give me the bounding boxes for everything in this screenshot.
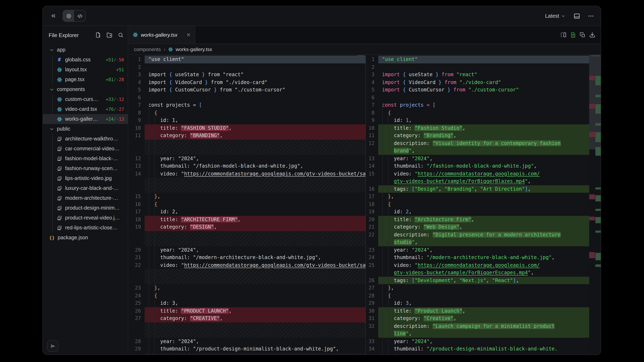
code-line: 1"use client" <box>128 56 366 63</box>
tree-file-product-reveal-video.j-[interactable]: product-reveal-video.j… <box>43 213 128 223</box>
code-line: 31 category: "Creative", <box>366 315 589 322</box>
line-number <box>128 177 144 185</box>
code-line: 7const projects = [ <box>366 101 589 109</box>
line-number: 20 <box>366 216 378 223</box>
code-line: 32 description: "Launch campaign for a m… <box>366 322 589 330</box>
ellipsis-icon[interactable] <box>588 12 594 19</box>
code-line: 13 year: "2024", <box>366 155 589 162</box>
code-line: 16 { <box>128 200 366 208</box>
diff-pane-old[interactable]: 1"use client"23import { useState } from … <box>128 55 366 355</box>
tree-file-architecture-walkthro-[interactable]: architecture-walkthro… <box>43 134 128 144</box>
tree-file-custom-curs-[interactable]: custom-curs…+33/-12 <box>43 94 128 104</box>
file-label: app <box>57 47 128 53</box>
tree-folder-app[interactable]: app <box>43 45 128 55</box>
collapsed-region <box>128 139 366 147</box>
line-number: 11 <box>366 132 378 139</box>
close-icon[interactable] <box>186 32 191 37</box>
diff-pane-new[interactable]: 1"use client"23import { useState } from … <box>366 55 589 355</box>
collapsed-region <box>128 277 366 284</box>
tree-file-fashion-runway-scen-[interactable]: fashion-runway-scen… <box>43 163 128 173</box>
line-number: 6 <box>128 94 144 101</box>
line-number: 9 <box>128 117 144 124</box>
line-number <box>366 177 378 185</box>
line-number: 13 <box>366 155 378 162</box>
line-number: 18 <box>366 200 378 208</box>
chevrons-left-icon[interactable] <box>48 11 58 20</box>
horizontal-scrollbar[interactable] <box>357 55 365 56</box>
tree-file-package.json[interactable]: {}package.json <box>43 233 128 243</box>
tree-file-video-card.tsx[interactable]: video-card.tsx+76/-27 <box>43 104 128 114</box>
chevron-right-icon: › <box>164 46 166 52</box>
code-line: 15 }, <box>128 193 366 200</box>
code-line: 6 <box>366 94 589 101</box>
line-number <box>366 238 378 246</box>
chevron-down-icon <box>50 87 54 92</box>
collapsed-region <box>128 147 366 155</box>
tree-file-modern-architecture-[interactable]: modern-architecture-… <box>43 193 128 203</box>
tree-folder-components[interactable]: components <box>43 84 128 94</box>
code-line: 28 { <box>366 292 589 299</box>
code-line: 22 description: "Digital presence for a … <box>366 231 589 238</box>
collapse-sidebar-button[interactable] <box>47 340 58 352</box>
collapsed-region <box>128 185 366 193</box>
view-toggle <box>63 10 86 22</box>
code-line: 17 }, <box>366 193 589 200</box>
tree-file-fashion-model-black-[interactable]: fashion-model-black-… <box>43 154 128 163</box>
tree-file-car-commercial-video-[interactable]: car-commercial-video… <box>43 144 128 154</box>
chevron-down-icon <box>50 127 54 131</box>
screen: Latest File Explorer <box>0 0 644 362</box>
file-label: product-design-minim… <box>65 205 128 211</box>
search-icon[interactable] <box>118 32 124 38</box>
code-line: 1"use client" <box>366 56 589 63</box>
code-line: 20 year: "2024", <box>128 246 366 254</box>
new-file-icon[interactable] <box>95 32 101 38</box>
tree-file-red-lips-artistic-close-[interactable]: red-lips-artistic-close… <box>43 223 128 233</box>
toolbar-right: Latest <box>545 12 601 19</box>
collapsed-region <box>128 330 366 338</box>
img-file-icon <box>56 166 62 171</box>
file-label: fashion-runway-scen… <box>65 166 128 171</box>
file-explorer-title: File Explorer <box>48 32 79 38</box>
breadcrumb-folder[interactable]: components <box>134 46 161 52</box>
addition-marker <box>595 253 601 260</box>
code-line: gtv-videos-bucket/sample/ForBiggerEscape… <box>366 269 589 277</box>
diff-stats-badge: +33/-12 <box>106 97 128 102</box>
panel-bottom-icon[interactable] <box>574 12 580 19</box>
download-icon[interactable] <box>589 32 596 38</box>
code-line: 25 id: 3, <box>128 299 366 307</box>
tree-folder-public[interactable]: public <box>43 124 128 134</box>
version-dropdown[interactable]: Latest <box>545 13 559 19</box>
tree-file-luxury-car-black-and-[interactable]: luxury-car-black-and-… <box>43 183 128 193</box>
horizontal-scrollbar[interactable] <box>591 55 600 56</box>
split-view-icon[interactable] <box>560 32 566 38</box>
tree-file-layout.tsx[interactable]: layout.tsx+51 <box>43 65 128 74</box>
code-toggle-button[interactable] <box>74 10 85 21</box>
tree-file-product-design-minim-[interactable]: product-design-minim… <box>43 203 128 213</box>
line-number: 5 <box>128 86 144 94</box>
line-number: 15 <box>128 193 144 200</box>
tree-file-works-galler-[interactable]: works-galler…+24/-13 <box>43 114 128 124</box>
react-icon <box>133 32 138 37</box>
tree-file-page.tsx[interactable]: page.tsx+81/-28 <box>43 74 128 84</box>
line-number: 2 <box>366 63 378 71</box>
file-diff-icon[interactable] <box>570 32 576 38</box>
code-line: 24 thumbnail: "/modern-architecture-blac… <box>366 254 589 261</box>
file-label: layout.tsx <box>65 67 114 72</box>
line-number: 12 <box>128 155 144 162</box>
code-line: 27 }, <box>366 284 589 292</box>
tab-works-gallery[interactable]: works-gallery.tsx <box>128 26 195 44</box>
copy-icon[interactable] <box>580 32 586 38</box>
line-number <box>366 330 378 338</box>
diff-stats-badge: +51 <box>116 67 128 72</box>
line-number: 29 <box>128 345 144 353</box>
code-line: 9 id: 1, <box>128 117 366 124</box>
code-line: 12 description: "Visual identity for a c… <box>366 139 589 147</box>
tree-file-lips-artistic-video.jpg[interactable]: lips-artistic-video.jpg <box>43 173 128 183</box>
img-file-icon <box>56 136 62 141</box>
new-folder-icon[interactable] <box>106 32 112 38</box>
diff-minimap[interactable] <box>589 55 601 355</box>
react-file-icon <box>56 77 62 82</box>
deletion-marker <box>589 194 595 199</box>
tree-file-globals.css[interactable]: #globals.css+51/-50 <box>43 55 128 65</box>
preview-toggle-button[interactable] <box>63 10 74 21</box>
